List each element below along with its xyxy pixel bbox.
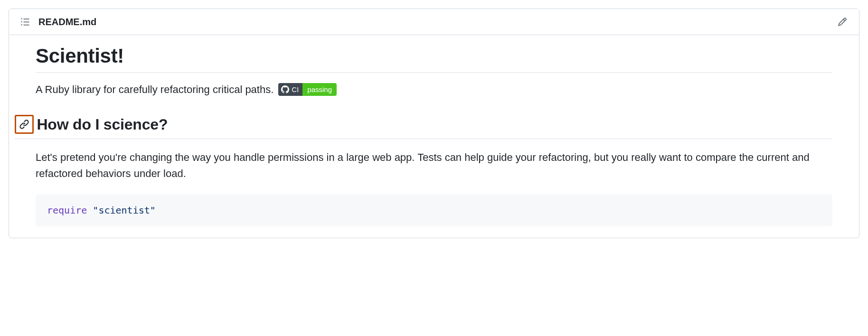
description-text: A Ruby library for carefully refactoring… [36, 84, 274, 96]
github-icon [281, 85, 289, 93]
section-paragraph: Let's pretend you're changing the way yo… [36, 149, 832, 182]
readme-header: README.md [9, 9, 859, 35]
section-heading: How do I science? [37, 116, 168, 133]
ci-badge[interactable]: CI passing [278, 83, 337, 96]
description-line: A Ruby library for carefully refactoring… [36, 83, 832, 96]
badge-left-label: CI [292, 86, 299, 93]
file-name: README.md [38, 17, 96, 28]
section-heading-row: How do I science? [15, 115, 832, 139]
code-block: require "scientist" [36, 194, 832, 226]
badge-right: passing [302, 83, 337, 96]
heading-anchor-link[interactable] [15, 115, 34, 134]
badge-left: CI [278, 83, 302, 96]
table-of-contents-button[interactable] [18, 14, 33, 29]
code-keyword: require [47, 205, 87, 216]
edit-file-button[interactable] [834, 14, 850, 30]
code-string: "scientist" [93, 205, 155, 216]
list-unordered-icon [20, 17, 30, 27]
badge-right-label: passing [307, 86, 332, 93]
readme-body: Scientist! A Ruby library for carefully … [9, 35, 859, 238]
page-title: Scientist! [36, 45, 832, 73]
readme-container: README.md Scientist! A Ruby library for … [9, 9, 859, 238]
pencil-icon [838, 17, 847, 27]
link-icon [19, 119, 29, 130]
